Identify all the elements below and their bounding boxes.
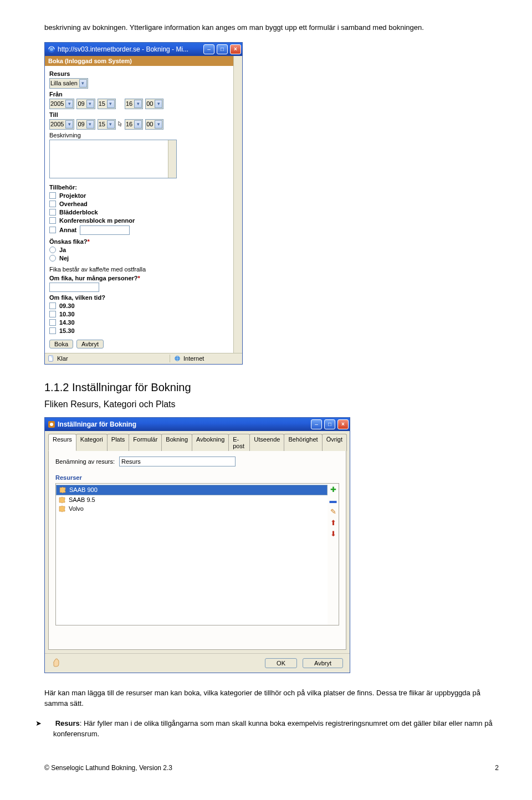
tid-option: 14.30 (59, 319, 75, 326)
fika-option: Nej (59, 255, 69, 261)
checkbox[interactable] (49, 319, 56, 326)
minimize-button[interactable]: – (203, 44, 214, 54)
tillbehor-option: Blädderblock (59, 209, 98, 216)
move-down-icon[interactable]: ⬇ (329, 530, 337, 538)
tab-bar: Resurs Kategori Plats Formulär Bokning A… (45, 431, 350, 450)
tab-avbokning[interactable]: Avbokning (192, 434, 229, 451)
fran-minute-select[interactable]: 00▾ (145, 99, 163, 109)
puzzle-icon (59, 486, 66, 494)
close-button[interactable]: × (337, 419, 349, 429)
list-toolbar: ✚ ▬ ✎ ⬆ ⬇ (328, 484, 339, 625)
list-item[interactable]: Volvo (56, 504, 328, 513)
till-month-select[interactable]: 09▾ (76, 119, 95, 130)
edit-icon[interactable]: ✎ (329, 508, 337, 516)
tid-option: 09.30 (59, 302, 75, 309)
checkbox[interactable] (49, 192, 56, 199)
checkbox[interactable] (49, 227, 56, 233)
fran-month-select[interactable]: 09▾ (76, 99, 95, 109)
maximize-button[interactable]: □ (324, 419, 335, 429)
page-footer: © Senselogic Lathund Bokning, Version 2.… (44, 764, 499, 772)
tab-behorighet[interactable]: Behörighet (284, 434, 322, 451)
booking-window: http://sv03.internetborder.se - Bokning … (44, 42, 243, 365)
till-year-select[interactable]: 2005▾ (49, 119, 74, 130)
tab-epost[interactable]: E-post (228, 434, 250, 451)
chevron-down-icon: ▾ (65, 120, 73, 129)
checkbox[interactable] (49, 209, 56, 216)
app-icon (48, 420, 55, 428)
fika-option: Ja (59, 247, 66, 253)
internet-zone-icon (173, 355, 181, 362)
checkbox[interactable] (49, 311, 56, 317)
checkbox[interactable] (49, 201, 56, 207)
radio[interactable] (49, 255, 56, 261)
scrollbar[interactable] (233, 56, 242, 353)
boka-button[interactable]: Boka (49, 340, 73, 348)
checkbox[interactable] (49, 217, 56, 224)
titlebar[interactable]: Inställningar för Bokning – □ × (45, 418, 350, 431)
puzzle-icon (58, 505, 66, 512)
annat-input[interactable] (80, 225, 130, 235)
status-bar: Klar Internet (45, 353, 242, 364)
chevron-down-icon: ▾ (107, 100, 115, 108)
cursor-icon (118, 120, 122, 128)
subsection-heading: Fliken Resurs, Kategori och Plats (44, 399, 499, 409)
hand-icon (52, 658, 63, 667)
fran-label: Från (49, 91, 229, 98)
add-icon[interactable]: ✚ (329, 486, 337, 494)
page-icon (47, 355, 55, 362)
resurs-value: Lilla salen (50, 80, 78, 86)
beskrivning-textarea[interactable] (49, 140, 177, 178)
tab-utseende[interactable]: Utseende (249, 434, 284, 451)
move-up-icon[interactable]: ⬆ (329, 519, 337, 527)
scrollbar[interactable] (168, 140, 176, 178)
tab-plats[interactable]: Plats (107, 434, 129, 451)
tab-bokning[interactable]: Bokning (161, 434, 192, 451)
footer-left: © Senselogic Lathund Bokning, Version 2.… (44, 764, 172, 772)
titlebar[interactable]: http://sv03.internetborder.se - Bokning … (45, 43, 242, 56)
onskas-fika-label: Önskas fika?* (49, 238, 229, 245)
resurs-label: Resurs (49, 70, 229, 77)
resurser-header: Resurser (55, 474, 339, 481)
beskrivning-label: Beskrivning (49, 132, 229, 139)
avbryt-button[interactable]: Avbryt (76, 340, 104, 348)
checkbox[interactable] (49, 327, 56, 334)
benamning-input[interactable] (119, 457, 236, 466)
checkbox[interactable] (49, 302, 56, 309)
chevron-down-icon: ▾ (86, 120, 94, 129)
till-day-select[interactable]: 15▾ (98, 119, 116, 130)
resurs-select[interactable]: Lilla salen ▾ (49, 78, 88, 89)
page-number: 2 (495, 764, 499, 772)
chevron-down-icon: ▾ (86, 100, 94, 108)
chevron-down-icon: ▾ (107, 120, 115, 129)
tab-ovrigt[interactable]: Övrigt (322, 434, 347, 451)
tillbehor-label: Tillbehör: (49, 184, 229, 191)
fran-hour-select[interactable]: 16▾ (125, 99, 143, 109)
personer-label: Om fika, hur många personer?* (49, 275, 229, 281)
till-hour-select[interactable]: 16▾ (125, 119, 143, 130)
list-item[interactable]: SAAB 9.5 (56, 495, 328, 504)
ie-icon (48, 45, 55, 53)
chevron-down-icon: ▾ (155, 120, 162, 129)
tab-formular[interactable]: Formulär (129, 434, 162, 451)
maximize-button[interactable]: □ (217, 44, 228, 54)
ok-button[interactable]: OK (265, 658, 297, 668)
resurser-list: SAAB 900 SAAB 9.5 Volvo ✚ ▬ ✎ (55, 483, 339, 625)
remove-icon[interactable]: ▬ (329, 497, 337, 505)
cancel-button[interactable]: Avbryt (303, 658, 343, 668)
chevron-down-icon: ▾ (134, 100, 142, 108)
minimize-button[interactable]: – (311, 419, 322, 429)
tab-kategori[interactable]: Kategori (76, 434, 108, 451)
benamning-label: Benämning av resurs: (55, 458, 115, 465)
fran-day-select[interactable]: 15▾ (98, 99, 116, 109)
close-button[interactable]: × (230, 44, 241, 54)
radio[interactable] (49, 247, 56, 253)
till-minute-select[interactable]: 00▾ (145, 119, 163, 130)
tillbehor-option: Overhead (59, 201, 88, 207)
personer-input[interactable] (49, 283, 99, 292)
list-item[interactable]: SAAB 900 (56, 485, 328, 495)
chevron-down-icon: ▾ (134, 120, 142, 129)
tab-content: Benämning av resurs: Resurser SAAB 900 S… (48, 450, 346, 650)
tab-resurs[interactable]: Resurs (48, 434, 76, 451)
bullet-item: ➤ Resurs: Här fyller man i de olika till… (53, 718, 499, 740)
fran-year-select[interactable]: 2005▾ (49, 99, 74, 109)
